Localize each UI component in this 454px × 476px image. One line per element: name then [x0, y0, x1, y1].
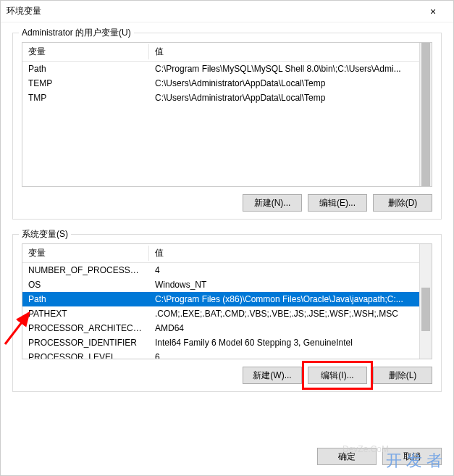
sys-col-value[interactable]: 值 [149, 244, 432, 263]
sys-delete-button[interactable]: 删除(L) [373, 367, 432, 384]
table-row[interactable]: PathC:\Program Files (x86)\Common Files\… [22, 292, 432, 306]
user-button-row: 新建(N)... 编辑(E)... 删除(D) [22, 194, 432, 212]
user-vars-table-wrap: 变量 值 PathC:\Program Files\MySQL\MySQL Sh… [22, 42, 432, 187]
table-row[interactable]: PROCESSOR_LEVEL6 [22, 350, 432, 359]
user-vars-legend: Administrator 的用户变量(U) [19, 27, 134, 39]
var-value: Windows_NT [149, 277, 432, 292]
close-icon[interactable]: × [419, 6, 447, 17]
sys-scrollbar[interactable] [419, 244, 432, 359]
user-vars-table[interactable]: 变量 值 PathC:\Program Files\MySQL\MySQL Sh… [22, 43, 432, 105]
var-name: Path [22, 292, 149, 306]
window-title: 环境变量 [7, 5, 419, 17]
table-row[interactable]: TMPC:\Users\Administrator\AppData\Local\… [22, 91, 432, 105]
table-row[interactable]: PROCESSOR_IDENTIFIERIntel64 Family 6 Mod… [22, 335, 432, 350]
table-row[interactable]: PATHEXT.COM;.EXE;.BAT;.CMD;.VBS;.VBE;.JS… [22, 306, 432, 321]
var-value: AMD64 [149, 321, 432, 335]
var-name: PROCESSOR_ARCHITECT... [22, 321, 149, 335]
var-value: C:\Users\Administrator\AppData\Local\Tem… [149, 76, 432, 91]
sys-vars-table-wrap: 变量 值 NUMBER_OF_PROCESSORS4OSWindows_NTPa… [22, 243, 432, 359]
titlebar: 环境变量 × [1, 1, 453, 22]
user-new-button[interactable]: 新建(N)... [243, 194, 302, 212]
table-row[interactable]: NUMBER_OF_PROCESSORS4 [22, 263, 432, 278]
var-name: PROCESSOR_IDENTIFIER [22, 335, 149, 350]
var-value: C:\Program Files\MySQL\MySQL Shell 8.0\b… [149, 62, 432, 77]
var-value: .COM;.EXE;.BAT;.CMD;.VBS;.VBE;.JS;.JSE;.… [149, 306, 432, 321]
table-row[interactable]: TEMPC:\Users\Administrator\AppData\Local… [22, 76, 432, 91]
var-value: Intel64 Family 6 Model 60 Stepping 3, Ge… [149, 335, 432, 350]
user-vars-group: Administrator 的用户变量(U) 变量 值 PathC:\Progr… [12, 33, 442, 220]
user-col-value[interactable]: 值 [149, 43, 432, 62]
var-name: TEMP [22, 76, 149, 91]
var-name: PATHEXT [22, 306, 149, 321]
sys-vars-group: 系统变量(S) 变量 值 NUMBER_OF_PROCESSORS4OSWind… [12, 234, 442, 392]
var-name: NUMBER_OF_PROCESSORS [22, 263, 149, 278]
env-var-dialog: 环境变量 × Administrator 的用户变量(U) 变量 值 PathC… [0, 0, 454, 476]
table-row[interactable]: PROCESSOR_ARCHITECT...AMD64 [22, 321, 432, 335]
var-name: PROCESSOR_LEVEL [22, 350, 149, 359]
cancel-button[interactable]: 取消 [382, 448, 442, 465]
var-value: C:\Users\Administrator\AppData\Local\Tem… [149, 91, 432, 105]
sys-vars-legend: 系统变量(S) [19, 228, 71, 241]
table-row[interactable]: OSWindows_NT [22, 277, 432, 292]
var-name: Path [22, 62, 149, 77]
user-edit-button[interactable]: 编辑(E)... [308, 194, 367, 212]
ok-button[interactable]: 确定 [317, 448, 377, 465]
sys-button-row: 新建(W)... 编辑(I)... 删除(L) [22, 367, 432, 384]
sys-edit-button[interactable]: 编辑(I)... [308, 367, 367, 384]
dialog-content: Administrator 的用户变量(U) 变量 值 PathC:\Progr… [1, 22, 453, 442]
sys-new-button[interactable]: 新建(W)... [243, 367, 302, 384]
table-row[interactable]: PathC:\Program Files\MySQL\MySQL Shell 8… [22, 62, 432, 77]
var-value: 6 [149, 350, 432, 359]
user-scrollbar[interactable] [419, 43, 432, 186]
user-delete-button[interactable]: 删除(D) [373, 194, 432, 212]
var-value: C:\Program Files (x86)\Common Files\Orac… [149, 292, 432, 306]
sys-col-variable[interactable]: 变量 [22, 244, 149, 263]
var-value: 4 [149, 263, 432, 278]
dialog-button-row: 确定 取消 [1, 442, 453, 475]
sys-vars-table[interactable]: 变量 值 NUMBER_OF_PROCESSORS4OSWindows_NTPa… [22, 244, 432, 359]
user-col-variable[interactable]: 变量 [22, 43, 149, 62]
var-name: TMP [22, 91, 149, 105]
var-name: OS [22, 277, 149, 292]
